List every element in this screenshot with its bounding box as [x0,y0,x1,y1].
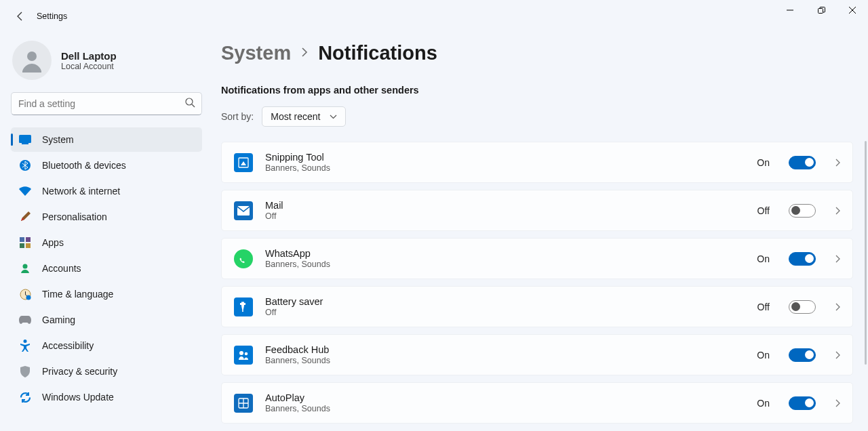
breadcrumb-parent[interactable]: System [221,42,291,64]
sort-value: Most recent [271,111,320,122]
section-header: Notifications from apps and other sender… [221,85,853,96]
app-texts: Feedback Hub Banners, Sounds [265,344,745,365]
sidebar-item-label: Accessibility [42,340,94,351]
search-input[interactable] [11,92,202,115]
chevron-right-icon [300,47,309,60]
toggle-switch[interactable] [789,396,816,410]
chevron-right-icon [835,254,840,264]
back-arrow-icon [15,11,26,22]
search-wrap [11,92,202,115]
app-sub: Banners, Sounds [265,163,745,173]
breadcrumb-current: Notifications [318,42,437,64]
close-button[interactable] [837,0,868,20]
sidebar-item-personalisation[interactable]: Personalisation [11,205,202,229]
app-state: Off [757,302,770,312]
mail-icon [234,201,253,220]
chevron-down-icon [330,115,337,119]
app-row-whatsapp[interactable]: WhatsApp Banners, Sounds On [221,238,853,279]
window-controls [774,0,868,20]
minimize-button[interactable] [774,0,806,20]
svg-rect-3 [19,135,31,143]
sort-select[interactable]: Most recent [262,106,346,127]
svg-rect-0 [818,8,823,13]
chevron-right-icon [835,398,840,408]
scrollbar[interactable] [865,141,867,365]
sidebar-item-label: Time & language [42,289,113,300]
system-icon [19,134,31,146]
app-row-mail[interactable]: Mail Off Off [221,190,853,231]
sidebar-item-bluetooth[interactable]: Bluetooth & devices [11,153,202,178]
search-icon [185,98,195,110]
app-row-battery-saver[interactable]: Battery saver Off Off [221,286,853,327]
snipping-tool-icon [234,153,253,172]
back-button[interactable] [11,7,30,26]
svg-rect-6 [20,237,24,242]
nav-list: System Bluetooth & devices Network & int… [11,127,202,409]
bluetooth-icon [19,159,31,171]
shield-icon [19,365,31,377]
svg-point-16 [239,351,243,355]
sidebar-item-accessibility[interactable]: Accessibility [11,333,202,358]
app-sub: Banners, Sounds [265,404,745,413]
accounts-icon [19,262,31,274]
app-texts: Snipping Tool Banners, Sounds [265,152,745,173]
app-state: Off [757,205,770,216]
account-block[interactable]: Dell Laptop Local Account [11,38,202,92]
content-pane: System Notifications Notifications from … [210,33,868,431]
app-list: Snipping Tool Banners, Sounds On Mail Of… [221,142,853,424]
app-sub: Off [265,211,745,221]
sidebar-item-network[interactable]: Network & internet [11,179,202,203]
sidebar-item-label: Personalisation [42,211,107,222]
sidebar-item-gaming[interactable]: Gaming [11,308,202,332]
app-state: On [757,350,770,361]
svg-point-12 [26,295,31,300]
avatar [12,41,52,80]
window-title: Settings [37,12,67,21]
toggle-switch[interactable] [789,348,816,362]
sidebar-item-label: Bluetooth & devices [42,160,126,171]
account-text: Dell Laptop Local Account [61,50,117,71]
close-icon [849,7,856,14]
sidebar-item-label: Privacy & security [42,366,117,377]
wifi-icon [19,185,31,197]
maximize-button[interactable] [806,0,837,20]
sidebar-item-update[interactable]: Windows Update [11,385,202,409]
svg-rect-7 [26,237,31,242]
app-texts: AutoPlay Banners, Sounds [265,392,745,413]
chevron-right-icon [835,206,840,216]
app-state: On [757,157,770,168]
titlebar: Settings [0,0,868,33]
app-name: WhatsApp [265,248,745,259]
app-row-autoplay[interactable]: AutoPlay Banners, Sounds On [221,382,853,424]
sidebar-item-privacy[interactable]: Privacy & security [11,359,202,384]
minimize-icon [787,7,793,14]
person-icon [17,45,47,75]
sidebar: Dell Laptop Local Account System Bluet [0,33,210,431]
app-row-snipping-tool[interactable]: Snipping Tool Banners, Sounds On [221,142,853,183]
sidebar-item-label: Accounts [42,263,81,274]
app-row-feedback-hub[interactable]: Feedback Hub Banners, Sounds On [221,334,853,375]
sort-row: Sort by: Most recent [221,106,853,127]
app-sub: Banners, Sounds [265,260,745,269]
chevron-right-icon [835,158,840,167]
toggle-switch[interactable] [789,156,816,169]
app-name: Battery saver [265,296,745,307]
account-name: Dell Laptop [61,50,117,62]
toggle-switch[interactable] [789,204,816,218]
toggle-switch[interactable] [789,252,816,266]
sidebar-item-accounts[interactable]: Accounts [11,256,202,281]
app-texts: Mail Off [265,200,745,221]
svg-rect-8 [20,243,24,248]
toggle-switch[interactable] [789,300,816,314]
app-name: Mail [265,200,745,211]
sidebar-item-label: Apps [42,237,64,248]
app-name: Feedback Hub [265,344,745,355]
account-sub: Local Account [61,62,117,71]
autoplay-icon [234,394,253,413]
whatsapp-icon [234,249,253,268]
svg-point-2 [186,98,193,105]
sidebar-item-time[interactable]: Time & language [11,282,202,306]
sidebar-item-apps[interactable]: Apps [11,230,202,255]
sidebar-item-system[interactable]: System [11,127,202,152]
battery-icon [234,297,253,316]
